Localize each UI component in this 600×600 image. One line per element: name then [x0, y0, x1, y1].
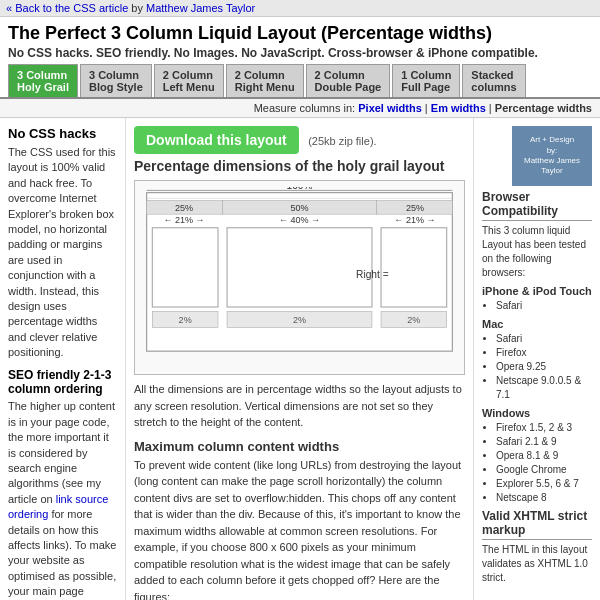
svg-text:← 21% →: ← 21% → — [394, 215, 435, 225]
tab-3col-holy-grail[interactable]: 3 ColumnHoly Grail — [8, 64, 78, 97]
svg-text:Right =: Right = — [356, 269, 389, 280]
right-column: Art + Designby:Matthew JamesTaylor Brows… — [474, 118, 600, 600]
left-column: No CSS hacks The CSS used for this layou… — [0, 118, 126, 600]
platform-windows: Windows — [482, 407, 592, 419]
svg-text:← 40% →: ← 40% → — [279, 215, 320, 225]
browser-compat-heading: Browser Compatibility — [482, 190, 592, 221]
author-section: Art + Designby:Matthew JamesTaylor — [482, 126, 592, 190]
link-source-ordering[interactable]: link source ordering — [8, 493, 108, 520]
svg-rect-13 — [152, 228, 218, 307]
download-area: Download this layout (25kb zip file). — [134, 126, 465, 158]
list-item: Firefox — [496, 346, 592, 360]
platform-mac: Mac — [482, 318, 592, 330]
svg-text:2%: 2% — [293, 315, 306, 325]
max-col-heading: Maximum column content widths — [134, 439, 465, 454]
top-bar: « Back to the CSS article by Matthew Jam… — [0, 0, 600, 17]
measure-em[interactable]: Em widths — [431, 102, 486, 114]
max-col-body: To prevent wide content (like long URLs)… — [134, 457, 465, 600]
platform-iphone: iPhone & iPod Touch — [482, 285, 592, 297]
list-item: Safari — [496, 332, 592, 346]
tab-2col-right[interactable]: 2 ColumnRight Menu — [226, 64, 304, 97]
tab-stacked[interactable]: Stackedcolumns — [462, 64, 525, 97]
left-heading-2: SEO friendly 2-1-3 column ordering — [8, 368, 117, 396]
list-item: Netscape 8 — [496, 491, 592, 505]
xhtml-body: The HTML in this layout validates as XHT… — [482, 543, 592, 585]
tab-2col-left[interactable]: 2 ColumnLeft Menu — [154, 64, 224, 97]
nav-tabs: 3 ColumnHoly Grail 3 ColumnBlog Style 2 … — [0, 64, 600, 99]
page-title: The Perfect 3 Column Liquid Layout (Perc… — [8, 23, 592, 44]
browser-list-windows: Firefox 1.5, 2 & 3 Safari 2.1 & 9 Opera … — [482, 421, 592, 505]
zip-note: (25kb zip file). — [308, 135, 376, 147]
diagram-caption: All the dimensions are in percentage wid… — [134, 381, 465, 431]
measure-bar: Measure columns in: Pixel widths | Em wi… — [0, 99, 600, 118]
svg-text:25%: 25% — [175, 203, 193, 213]
tab-2col-double[interactable]: 2 ColumnDouble Page — [306, 64, 391, 97]
tab-1col[interactable]: 1 ColumnFull Page — [392, 64, 460, 97]
svg-text:2%: 2% — [407, 315, 420, 325]
svg-text:← 21% →: ← 21% → — [163, 215, 204, 225]
left-body-2: The higher up content is in your page co… — [8, 399, 117, 600]
page-subtitle: No CSS hacks. SEO friendly. No Images. N… — [8, 46, 592, 60]
left-heading-1: No CSS hacks — [8, 126, 117, 141]
tab-3col-blog[interactable]: 3 ColumnBlog Style — [80, 64, 152, 97]
left-body-1: The CSS used for this layout is 100% val… — [8, 145, 117, 360]
download-button[interactable]: Download this layout — [134, 126, 299, 154]
list-item: Safari — [496, 299, 592, 313]
browser-compat-intro: This 3 column liquid Layout has been tes… — [482, 224, 592, 280]
main-layout: No CSS hacks The CSS used for this layou… — [0, 118, 600, 600]
browser-list-mac: Safari Firefox Opera 9.25 Netscape 9.0.0… — [482, 332, 592, 402]
svg-text:25%: 25% — [406, 203, 424, 213]
diagram-svg: 100% 25% 50% 25% ← 21% → ← 40% → ← 21% → — [141, 187, 458, 368]
center-column: Download this layout (25kb zip file). Pe… — [126, 118, 474, 600]
list-item: Explorer 5.5, 6 & 7 — [496, 477, 592, 491]
xhtml-heading: Valid XHTML strict markup — [482, 509, 592, 540]
list-item: Firefox 1.5, 2 & 3 — [496, 421, 592, 435]
layout-diagram: 100% 25% 50% 25% ← 21% → ← 40% → ← 21% → — [134, 180, 465, 375]
by-text: by — [131, 2, 143, 14]
measure-pixel[interactable]: Pixel widths — [358, 102, 422, 114]
list-item: Opera 9.25 — [496, 360, 592, 374]
list-item: Opera 8.1 & 9 — [496, 449, 592, 463]
svg-text:100%: 100% — [286, 187, 312, 191]
svg-text:2%: 2% — [179, 315, 192, 325]
page-title-area: The Perfect 3 Column Liquid Layout (Perc… — [0, 17, 600, 64]
list-item: Google Chrome — [496, 463, 592, 477]
svg-rect-15 — [381, 228, 447, 307]
browser-list-iphone: Safari — [482, 299, 592, 313]
diagram-title: Percentage dimensions of the holy grail … — [134, 158, 465, 174]
author-image: Art + Designby:Matthew JamesTaylor — [512, 126, 592, 186]
svg-rect-14 — [227, 228, 372, 307]
measure-percentage: Percentage widths — [495, 102, 592, 114]
list-item: Safari 2.1 & 9 — [496, 435, 592, 449]
measure-label: Measure columns in: — [254, 102, 356, 114]
author-link[interactable]: Matthew James Taylor — [146, 2, 255, 14]
svg-text:50%: 50% — [290, 203, 308, 213]
list-item: Netscape 9.0.0.5 & 7.1 — [496, 374, 592, 402]
back-link[interactable]: « Back to the CSS article — [6, 2, 128, 14]
